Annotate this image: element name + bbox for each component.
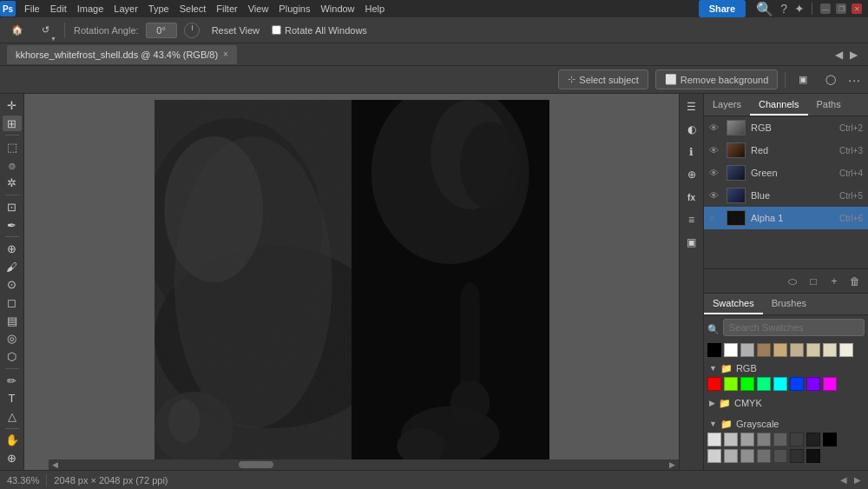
layers-tab[interactable]: Layers xyxy=(704,94,750,116)
scroll-indicator-left[interactable]: ◀ xyxy=(840,475,847,485)
swatch[interactable] xyxy=(806,449,820,463)
eraser-tool[interactable]: ◻ xyxy=(3,294,22,311)
channel-visibility-icon[interactable]: 👁 xyxy=(709,122,721,133)
swatch[interactable] xyxy=(773,449,787,463)
swatch[interactable] xyxy=(757,377,771,391)
swatch[interactable] xyxy=(724,377,738,391)
rotate-icon[interactable]: ↺ ▼ xyxy=(35,20,56,41)
swatch[interactable] xyxy=(773,433,787,446)
masks-icon[interactable]: ▣ xyxy=(682,233,701,252)
brush-tool[interactable]: 🖌 xyxy=(3,259,22,275)
channels-panel-icon[interactable]: ≡ xyxy=(682,210,701,229)
swatch[interactable] xyxy=(839,343,853,357)
zoom-tool[interactable]: ⊕ xyxy=(3,450,22,466)
swatch[interactable] xyxy=(790,343,804,357)
swatch[interactable] xyxy=(757,433,771,446)
swatch[interactable] xyxy=(707,449,721,463)
load-selection-icon[interactable]: ⬭ xyxy=(785,274,800,289)
rotation-input[interactable] xyxy=(146,23,177,38)
marquee-tool[interactable]: ⬚ xyxy=(3,139,22,155)
layers-icon[interactable]: ☰ xyxy=(682,97,701,116)
properties-icon[interactable]: ▣ xyxy=(792,69,813,90)
reset-view-button[interactable]: Reset View xyxy=(207,23,265,38)
blur-tool[interactable]: ◎ xyxy=(3,331,22,347)
scroll-right-icon[interactable]: ▶ xyxy=(850,49,858,61)
swatch[interactable] xyxy=(757,449,771,463)
dodge-tool[interactable]: ⬡ xyxy=(3,348,22,365)
channel-row-rgb[interactable]: 👁RGBCtrl+2 xyxy=(704,116,868,139)
menu-item-select[interactable]: Select xyxy=(174,2,212,16)
swatch[interactable] xyxy=(740,449,754,463)
restore-button[interactable]: ❐ xyxy=(836,3,846,14)
rotation-dial[interactable] xyxy=(184,23,200,38)
menu-item-type[interactable]: Type xyxy=(143,2,174,16)
crop-tool[interactable]: ⊡ xyxy=(3,199,22,215)
scroll-left-icon[interactable]: ◀ xyxy=(835,49,843,61)
swatch[interactable] xyxy=(740,343,754,357)
healing-tool[interactable]: ⊕ xyxy=(3,241,22,257)
swatch[interactable] xyxy=(707,377,721,391)
minimize-button[interactable]: — xyxy=(820,3,831,14)
move-tool[interactable]: ✛ xyxy=(3,97,22,114)
channels-tab[interactable]: Channels xyxy=(750,94,807,116)
paths-tab[interactable]: Paths xyxy=(808,94,850,116)
channel-row-red[interactable]: 👁RedCtrl+3 xyxy=(704,139,868,162)
swatch[interactable] xyxy=(806,433,820,446)
swatch[interactable] xyxy=(740,377,754,391)
swatches-search-input[interactable] xyxy=(723,319,865,336)
menu-item-filter[interactable]: Filter xyxy=(211,2,242,16)
swatch[interactable] xyxy=(724,449,738,463)
swatch[interactable] xyxy=(707,433,721,446)
shape-tool[interactable]: △ xyxy=(3,408,22,425)
channel-row-alpha-1[interactable]: ○Alpha 1Ctrl+6 xyxy=(704,207,868,229)
file-tab[interactable]: kkhorse_whitefrost_shell.dds @ 43.4% (RG… xyxy=(7,45,237,64)
adjustments-icon[interactable]: ◐ xyxy=(682,120,701,139)
rotate-all-checkbox[interactable] xyxy=(272,25,281,35)
remove-background-button[interactable]: ⬜ Remove background xyxy=(655,69,779,89)
swatch[interactable] xyxy=(806,343,820,357)
channel-visibility-icon[interactable]: ○ xyxy=(709,213,721,223)
new-channel-icon[interactable]: + xyxy=(826,274,842,289)
close-button[interactable]: ✕ xyxy=(852,3,862,14)
menu-item-file[interactable]: File xyxy=(19,2,45,16)
menu-item-view[interactable]: View xyxy=(243,2,274,16)
swatch[interactable] xyxy=(707,343,721,357)
menu-item-layer[interactable]: Layer xyxy=(108,2,143,16)
scroll-arrow-right[interactable]: ▶ xyxy=(669,460,675,469)
swatch[interactable] xyxy=(724,343,738,357)
mask-icon[interactable]: ◯ xyxy=(820,69,841,90)
search-icon[interactable]: 🔍 xyxy=(756,1,773,17)
fx-icon[interactable]: fx xyxy=(682,188,701,207)
swatch[interactable] xyxy=(806,377,820,391)
menu-item-image[interactable]: Image xyxy=(72,2,109,16)
home-icon[interactable]: 🏠 xyxy=(7,20,28,41)
info-icon[interactable]: ℹ xyxy=(682,142,701,162)
gradient-tool[interactable]: ▤ xyxy=(3,313,22,329)
grayscale-group-header[interactable]: ▼ 📁 Grayscale xyxy=(707,415,865,433)
channel-visibility-icon[interactable]: 👁 xyxy=(709,168,721,178)
menu-item-plugins[interactable]: Plugins xyxy=(273,2,315,16)
tab-close-button[interactable]: × xyxy=(223,50,228,59)
ai-icon[interactable]: ✦ xyxy=(794,2,805,16)
swatches-tab[interactable]: Swatches xyxy=(704,294,763,314)
type-tool[interactable]: T xyxy=(3,390,22,406)
navigator-icon[interactable]: ⊕ xyxy=(682,165,701,184)
swatch[interactable] xyxy=(724,433,738,446)
menu-item-window[interactable]: Window xyxy=(315,2,359,16)
menu-item-edit[interactable]: Edit xyxy=(45,2,72,16)
channel-row-blue[interactable]: 👁BlueCtrl+5 xyxy=(704,184,868,207)
artboard-tool[interactable]: ⊞ xyxy=(3,116,22,132)
brushes-tab[interactable]: Brushes xyxy=(763,294,815,314)
share-button[interactable]: Share xyxy=(699,0,746,17)
swatch[interactable] xyxy=(773,377,787,391)
swatch[interactable] xyxy=(740,433,754,446)
scroll-indicator-right[interactable]: ▶ xyxy=(854,475,861,485)
cmyk-group-header[interactable]: ▶ 📁 CMYK xyxy=(707,394,865,412)
channel-visibility-icon[interactable]: 👁 xyxy=(709,145,721,155)
magic-wand-tool[interactable]: ✲ xyxy=(3,175,22,192)
channel-visibility-icon[interactable]: 👁 xyxy=(709,190,721,201)
swatch[interactable] xyxy=(823,433,837,446)
swatch[interactable] xyxy=(790,377,804,391)
hand-tool[interactable]: ✋ xyxy=(3,433,22,449)
help-icon[interactable]: ? xyxy=(780,2,787,16)
